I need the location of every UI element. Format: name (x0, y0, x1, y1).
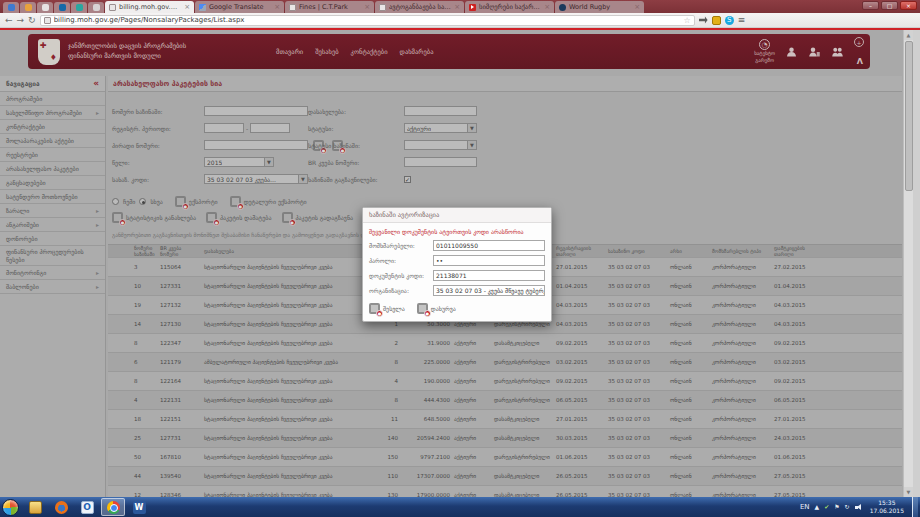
export-icon[interactable]: ● (230, 196, 241, 207)
sync-icon[interactable]: ↻ (845, 504, 850, 510)
minimize-button[interactable]: – (862, 1, 879, 10)
treasury-sent-checkbox[interactable]: ✓ (404, 176, 411, 183)
action-center-icon[interactable]: ✔ (824, 504, 829, 510)
sidebar-item[interactable]: ანგარიშები▸ (0, 218, 105, 232)
pinned-tab[interactable] (3, 2, 19, 13)
sidebar-item[interactable]: განცხადებები (0, 176, 105, 190)
sidebar-item[interactable]: ზარალი▸ (0, 204, 105, 218)
address-bar[interactable]: billing.moh.gov.ge/Pages/NonsalaryPackag… (40, 15, 695, 26)
dialog-button-icon[interactable]: ● (369, 303, 380, 314)
sidebar-item[interactable]: შაბლონები▸ (0, 280, 105, 294)
collapse-header-chevron-icon[interactable]: ᐱ (857, 58, 863, 66)
user-profile-icon[interactable] (785, 46, 798, 58)
maximize-button[interactable]: ▢ (881, 1, 898, 10)
dialog-field-input[interactable]: •• (433, 255, 545, 266)
taskbar-app-chrome[interactable] (101, 498, 125, 516)
pinned-tab[interactable] (54, 2, 70, 13)
filter-input-from[interactable] (204, 123, 244, 133)
filter-input[interactable] (404, 106, 477, 116)
sidebar-collapse-icon[interactable]: « (93, 79, 99, 88)
forward-button[interactable]: → (17, 16, 25, 25)
tab-close-icon[interactable]: × (184, 4, 190, 11)
filter-input[interactable] (204, 140, 308, 150)
sidebar-item[interactable]: სატენდერო მოთხოვნები (0, 190, 105, 204)
sidebar-item[interactable]: დონორები (0, 232, 105, 246)
scroll-up-arrow[interactable]: ▲ (904, 30, 913, 40)
filter-select[interactable]: აქტიური▼ (404, 123, 477, 133)
action-icon[interactable]: ● (112, 212, 123, 223)
hidden-icons-arrow[interactable]: ▲ (815, 504, 820, 510)
filter-input[interactable] (204, 106, 308, 116)
package-action-button[interactable]: ●სტატისტიკის განახლება (112, 212, 196, 223)
taskbar-clock[interactable]: 15:35 17.06.2015 (870, 499, 904, 516)
browser-tab[interactable]: Google Translate× (195, 1, 284, 13)
sidebar-item[interactable]: სახელმწიფო პროგრამები▸ (0, 106, 105, 120)
browser-tab[interactable]: სიმღერები საქართ…× (465, 1, 554, 13)
pinned-tab[interactable] (71, 2, 87, 13)
browser-tab[interactable]: Fines | C.T.Park× (285, 1, 374, 13)
dialog-field-input[interactable]: 01011009550 (433, 240, 545, 251)
filter-select[interactable]: ▼ (404, 140, 477, 150)
skype-extension-icon[interactable]: S (725, 16, 734, 25)
export-button[interactable]: ●ექსპორტი (175, 196, 218, 207)
taskbar-app-explorer[interactable] (23, 498, 47, 516)
dialog-field-input[interactable]: 35 03 02 07 03 - კვება მწვავე ტუბერკულ… (433, 285, 545, 296)
tab-close-icon[interactable]: × (544, 4, 550, 11)
browser-tab[interactable]: billing.moh.gov.ge/Page…× (105, 1, 194, 13)
table-row[interactable]: ●44139540სტაციონარული პაციენტების ჩვეულე… (108, 467, 902, 486)
table-row[interactable]: ●8122164სტაციონარული პაციენტების ჩვეულებ… (108, 372, 902, 391)
table-row[interactable]: ●25127731სტაციონარული პაციენტების ჩვეულე… (108, 429, 902, 448)
sidebar-item[interactable]: მონიტორინგი▸ (0, 266, 105, 280)
sidebar-item[interactable]: პროგრამები (0, 92, 105, 106)
taskbar-app-outlook[interactable]: O (75, 498, 99, 516)
chrome-menu-icon[interactable]: ≡ (738, 16, 746, 25)
nav-link-3[interactable]: დახმარება (400, 48, 434, 56)
dialog-login-button[interactable]: ●შესვლა (369, 303, 405, 314)
globe-icon[interactable]: + (854, 37, 864, 47)
sidebar-item[interactable]: კონტრაქტები (0, 120, 105, 134)
bookmark-star-icon[interactable]: ☆ (683, 16, 690, 25)
show-desktop-button[interactable] (912, 497, 918, 517)
package-action-button[interactable]: ●პაკეტის გადაგზავნა (282, 212, 354, 223)
reload-button[interactable]: ↻ (28, 16, 36, 25)
browser-tab[interactable]: ავტოგანბაჟება სან…× (375, 1, 464, 13)
taskbar-app-word[interactable]: W (127, 498, 151, 516)
table-row[interactable]: ●18122151სტაციონარული პაციენტების ჩვეულე… (108, 410, 902, 429)
language-indicator[interactable]: EN (800, 503, 810, 511)
save-extension-icon[interactable] (712, 16, 721, 25)
pinned-tab[interactable] (88, 2, 104, 13)
action-icon[interactable]: ● (282, 212, 293, 223)
page-scrollbar[interactable]: ▲ ▼ (903, 30, 913, 497)
sidebar-item[interactable]: მოლაპარაკების აქტები (0, 134, 105, 148)
nav-link-1[interactable]: შესახებ (315, 48, 338, 56)
table-row[interactable]: ●8122347სტაციონარული პაციენტების ჩვეულებ… (108, 334, 902, 353)
sidebar-item[interactable]: ფინანსური პროცედურების წესები (0, 246, 105, 266)
back-button[interactable]: ← (5, 16, 13, 25)
filter-input-to[interactable] (250, 123, 290, 133)
table-row[interactable]: ●4122131სტაციონარული პაციენტების ჩვეულებ… (108, 391, 902, 410)
flag-icon[interactable]: ⚑ (834, 504, 839, 510)
sidebar-item[interactable]: რეესტრები (0, 148, 105, 162)
table-row[interactable]: ●12128346სტაციონარული პაციენტების ჩვეულე… (108, 486, 902, 497)
nav-link-0[interactable]: მთავარი (276, 48, 303, 56)
filter-input[interactable] (404, 157, 477, 167)
dialog-close-button[interactable]: ●დახურვა (417, 303, 456, 314)
tab-close-icon[interactable]: × (364, 4, 370, 11)
start-button[interactable] (2, 499, 19, 516)
browser-tab[interactable]: World Rugby× (555, 1, 644, 13)
table-row[interactable]: ●50167810სტაციონარული პაციენტების ჩვეულე… (108, 448, 902, 467)
dialog-field-input[interactable]: 21138071 (433, 270, 545, 281)
dialog-button-icon[interactable]: ● (417, 303, 428, 314)
tab-close-icon[interactable]: × (274, 4, 280, 11)
filter-select[interactable]: 35 03 02 07 03 კვება…▼ (204, 174, 308, 184)
nav-link-2[interactable]: კონტაქტები (351, 48, 388, 56)
volume-icon[interactable] (855, 504, 862, 511)
taskbar-app-firefox[interactable] (49, 498, 73, 516)
package-action-button[interactable]: ●პაკეტის დამატება (206, 212, 272, 223)
scope-radio[interactable] (112, 198, 119, 205)
scrollbar-thumb[interactable] (905, 41, 913, 191)
action-icon[interactable]: ● (206, 212, 217, 223)
export-icon[interactable]: ● (175, 196, 186, 207)
user-group-icon[interactable] (831, 46, 844, 58)
share-extension-icon[interactable] (699, 16, 708, 25)
